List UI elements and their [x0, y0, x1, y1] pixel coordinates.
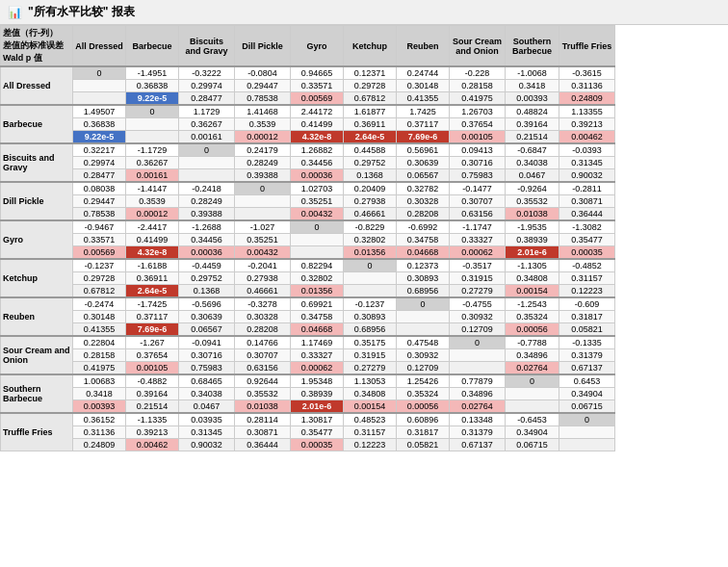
data-cell: 0.32802 [291, 272, 344, 285]
data-cell: 0.35477 [291, 426, 344, 439]
table-row: 0.413557.69e-60.065670.282080.046680.689… [1, 323, 615, 337]
data-cell: 0.39388 [179, 208, 235, 221]
data-cell: 0.29447 [73, 195, 126, 208]
table-row: 0.005694.32e-80.000360.004320.013560.046… [1, 246, 615, 260]
col-header-5: Ketchup [344, 26, 397, 67]
data-cell: 0.44588 [344, 143, 397, 157]
data-cell: 0.63156 [450, 208, 506, 221]
data-cell: 0.28249 [235, 157, 291, 169]
data-cell: 0.38939 [291, 388, 344, 400]
data-cell: 0.00036 [291, 169, 344, 183]
data-cell: 0.27279 [450, 285, 506, 298]
data-cell: 0.30932 [450, 311, 506, 323]
data-cell: -0.9264 [506, 182, 559, 195]
data-cell: 0.35532 [235, 388, 291, 400]
data-cell: 7.69e-6 [397, 131, 450, 144]
data-cell: 0.78538 [73, 208, 126, 221]
data-cell: 0.00056 [506, 323, 559, 337]
data-cell: 1.7425 [397, 105, 450, 118]
data-cell: 0.00035 [291, 439, 344, 451]
row-col-header: 差值（行-列） 差值的标准误差 Wald p 值 [1, 26, 73, 67]
data-cell [235, 195, 291, 208]
data-cell [506, 400, 559, 414]
data-cell: -2.4417 [126, 220, 179, 234]
data-cell [559, 426, 615, 439]
column-headers: 差值（行-列） 差值的标准误差 Wald p 值 All Dressed Bar… [1, 26, 615, 67]
data-cell: 0.00154 [506, 285, 559, 298]
table-row: Dill Pickle0.08038-1.4147-0.241801.02703… [1, 182, 615, 195]
data-cell: -1.0068 [506, 66, 559, 80]
data-cell: 0.00062 [450, 246, 506, 260]
data-cell: 0.34808 [344, 388, 397, 400]
data-cell: 0.13348 [450, 413, 506, 426]
data-cell: 0.31817 [559, 311, 615, 323]
data-cell: -0.1335 [559, 336, 615, 349]
data-cell: 0.02764 [506, 362, 559, 375]
data-cell: 0.21514 [506, 131, 559, 144]
data-cell: -0.4852 [559, 259, 615, 272]
data-cell: 0.29974 [179, 80, 235, 92]
data-cell: 0.36911 [344, 118, 397, 131]
row-header-label: Southern Barbecue [1, 374, 73, 413]
data-cell: 0.34808 [506, 272, 559, 285]
data-cell: 0.24809 [73, 439, 126, 451]
data-cell: 0.29728 [73, 272, 126, 285]
data-cell: 0.47548 [397, 336, 450, 349]
main-container: 📊 "所有水平比较" 报表 差值（行-列） 差值的标准误差 Wald p 值 A… [0, 0, 728, 567]
data-cell: 0 [506, 374, 559, 388]
data-cell [179, 157, 235, 169]
col-header-2: Biscuits and Gravy [179, 26, 235, 67]
data-cell: 0.56961 [397, 143, 450, 157]
data-cell: 0.46661 [235, 285, 291, 298]
data-cell: 2.01e-6 [291, 400, 344, 414]
data-cell: 2.64e-5 [344, 131, 397, 144]
data-cell: 0.28114 [235, 413, 291, 426]
data-cell: 0.31136 [73, 426, 126, 439]
data-cell: -1.027 [235, 220, 291, 234]
data-cell: 0.30932 [397, 349, 450, 362]
title-bar: 📊 "所有水平比较" 报表 [0, 0, 728, 25]
data-cell: 1.30817 [291, 413, 344, 426]
data-cell: 0.32217 [73, 143, 126, 157]
data-cell: 0.6453 [559, 374, 615, 388]
data-cell: 0.30716 [179, 349, 235, 362]
data-cell: 0.67137 [450, 439, 506, 451]
data-cell: 0.00393 [506, 92, 559, 106]
data-cell: 0.36444 [559, 208, 615, 221]
table-row: 9.22e-50.001610.000124.32e-82.64e-57.69e… [1, 131, 615, 144]
data-cell: 0.12709 [397, 362, 450, 375]
data-cell [506, 388, 559, 400]
table-row: 0.294470.35390.282490.352510.279380.3032… [1, 195, 615, 208]
data-cell: 1.26703 [450, 105, 506, 118]
col-header-7: Sour Cream and Onion [450, 26, 506, 67]
data-cell: -0.1237 [344, 297, 397, 311]
data-cell: -1.9535 [506, 220, 559, 234]
data-cell: 0.00012 [235, 131, 291, 144]
data-cell: 1.02703 [291, 182, 344, 195]
data-cell: 1.25426 [397, 374, 450, 388]
data-cell: 0.24744 [397, 66, 450, 80]
data-cell: -0.2474 [73, 297, 126, 311]
col-header-9: Truffle Fries [559, 26, 615, 67]
data-cell: 2.64e-5 [126, 285, 179, 298]
data-cell: 0.32782 [397, 182, 450, 195]
table-row: 0.419750.001050.759830.631560.000620.272… [1, 362, 615, 375]
data-cell: -0.9467 [73, 220, 126, 234]
data-cell: 0.36838 [73, 118, 126, 131]
data-cell: 0.29752 [179, 272, 235, 285]
data-cell: 0.06715 [506, 439, 559, 451]
data-cell: 0.1368 [344, 169, 397, 183]
data-cell: 0.06715 [559, 400, 615, 414]
data-cell: 0.41975 [73, 362, 126, 375]
data-cell: 0.41499 [291, 118, 344, 131]
data-cell: 1.95348 [291, 374, 344, 388]
data-cell: 0.04668 [397, 246, 450, 260]
data-cell: 0.31915 [344, 349, 397, 362]
data-cell: 0.33327 [291, 349, 344, 362]
data-cell: 0.60896 [397, 413, 450, 426]
data-cell [559, 439, 615, 451]
data-cell: -1.1305 [506, 259, 559, 272]
data-cell: -0.0941 [179, 336, 235, 349]
row-header-label: Gyro [1, 220, 73, 259]
row-header-label: Sour Cream and Onion [1, 336, 73, 374]
